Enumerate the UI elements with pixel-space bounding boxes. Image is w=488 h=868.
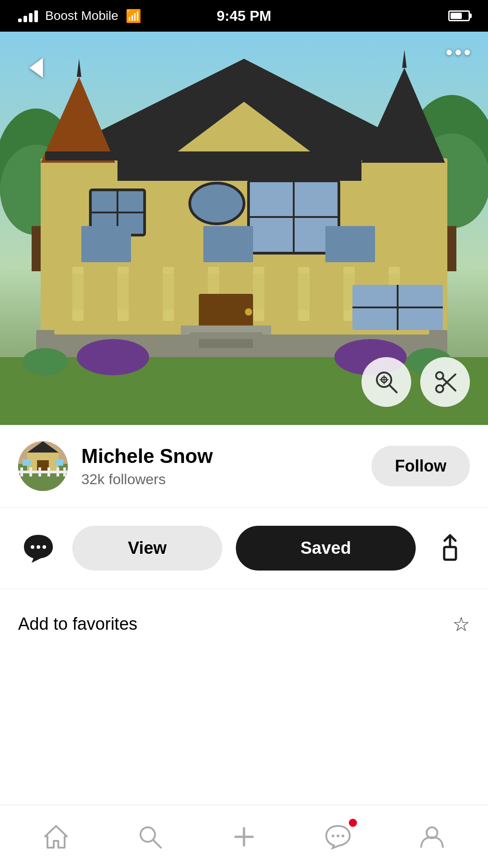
svg-line-60 xyxy=(389,385,397,392)
svg-point-52 xyxy=(77,339,149,375)
svg-point-92 xyxy=(332,835,334,837)
svg-rect-82 xyxy=(63,467,66,476)
messages-icon xyxy=(325,824,351,850)
saved-button[interactable]: Saved xyxy=(236,526,416,571)
svg-rect-75 xyxy=(55,459,63,466)
svg-point-85 xyxy=(42,545,46,549)
svg-rect-81 xyxy=(56,467,59,476)
svg-marker-87 xyxy=(45,826,67,848)
svg-point-84 xyxy=(37,545,40,549)
main-image xyxy=(0,32,488,425)
visual-search-icon xyxy=(374,370,399,395)
search-icon xyxy=(137,824,163,850)
star-icon[interactable]: ☆ xyxy=(452,613,470,636)
action-row: View Saved xyxy=(0,508,488,589)
svg-rect-43 xyxy=(81,226,131,262)
more-dot-1 xyxy=(446,50,452,55)
svg-rect-86 xyxy=(444,547,456,560)
svg-rect-79 xyxy=(38,467,41,476)
svg-rect-77 xyxy=(20,467,23,476)
svg-point-93 xyxy=(337,835,339,837)
content-area: Michele Snow 32k followers Follow View S… xyxy=(0,425,488,659)
battery-icon xyxy=(448,10,470,21)
svg-point-47 xyxy=(245,308,252,316)
notification-dot xyxy=(349,819,357,827)
svg-rect-4 xyxy=(32,226,41,271)
svg-line-89 xyxy=(153,840,161,848)
author-name: Michele Snow xyxy=(81,444,371,468)
profile-icon xyxy=(419,824,445,850)
svg-point-54 xyxy=(23,348,68,375)
carrier-text: Boost Mobile xyxy=(45,9,118,23)
svg-rect-51 xyxy=(45,151,438,160)
follow-button[interactable]: Follow xyxy=(371,446,470,486)
svg-rect-80 xyxy=(47,467,50,476)
image-action-buttons xyxy=(361,357,470,407)
svg-rect-44 xyxy=(203,226,253,262)
status-time: 9:45 PM xyxy=(217,8,272,24)
avatar[interactable] xyxy=(18,441,68,491)
author-info: Michele Snow 32k followers xyxy=(81,444,371,488)
nav-search[interactable] xyxy=(127,819,173,855)
favorites-label: Add to favorites xyxy=(18,614,137,634)
home-icon xyxy=(43,824,69,850)
svg-rect-58 xyxy=(199,339,253,348)
more-dot-2 xyxy=(455,50,461,55)
wifi-icon: 📶 xyxy=(126,9,141,24)
svg-point-94 xyxy=(342,835,344,837)
cut-button[interactable] xyxy=(420,357,470,407)
svg-rect-45 xyxy=(325,226,375,262)
status-right xyxy=(448,10,470,21)
avatar-image xyxy=(18,441,68,491)
nav-profile[interactable] xyxy=(409,819,455,855)
add-icon xyxy=(231,824,257,850)
visual-search-button[interactable] xyxy=(361,357,411,407)
bottom-nav xyxy=(0,805,488,868)
share-button[interactable] xyxy=(429,528,470,569)
favorites-section[interactable]: Add to favorites ☆ xyxy=(0,589,488,659)
nav-messages[interactable] xyxy=(315,819,361,855)
back-button[interactable] xyxy=(18,50,54,86)
comment-icon xyxy=(23,533,54,564)
svg-point-83 xyxy=(31,545,34,549)
author-followers: 32k followers xyxy=(81,471,371,488)
status-left: Boost Mobile 📶 xyxy=(18,9,141,24)
comment-button[interactable] xyxy=(18,528,59,569)
signal-bars-icon xyxy=(18,9,38,22)
more-options-button[interactable] xyxy=(446,50,470,55)
status-bar: Boost Mobile 📶 9:45 PM xyxy=(0,0,488,32)
svg-rect-32 xyxy=(54,267,429,274)
svg-rect-78 xyxy=(29,467,32,476)
back-chevron-icon xyxy=(29,58,43,78)
author-section: Michele Snow 32k followers Follow xyxy=(0,425,488,508)
scissors-icon xyxy=(433,370,458,395)
share-icon xyxy=(435,533,465,563)
view-button[interactable]: View xyxy=(72,526,222,571)
svg-rect-7 xyxy=(447,226,456,271)
nav-add[interactable] xyxy=(221,819,267,855)
svg-rect-74 xyxy=(23,459,31,466)
more-dot-3 xyxy=(465,50,470,55)
nav-home[interactable] xyxy=(33,819,79,855)
svg-rect-76 xyxy=(18,471,68,473)
